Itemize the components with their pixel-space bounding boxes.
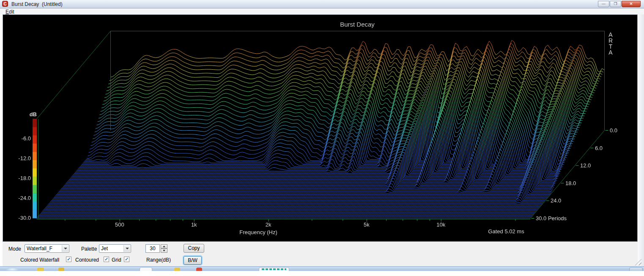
palette-combobox-value: Jet: [101, 245, 108, 252]
window-title: Burst Decay (Untitled): [11, 1, 63, 7]
mode-label: Mode: [8, 246, 21, 252]
grid-label: Grid: [112, 257, 121, 263]
arrow-up-icon: [163, 246, 165, 247]
start-orb-sliver-icon: [6, 268, 19, 271]
restore-button[interactable]: ❐: [610, 1, 621, 7]
mode-combobox-arrow[interactable]: [62, 245, 69, 252]
taskbar-tab-text: [262, 268, 286, 270]
bw-button[interactable]: B/W: [184, 256, 202, 265]
taskbar-icon: [196, 268, 202, 271]
taskbar-icon: [174, 268, 180, 271]
spinner-down-button[interactable]: [161, 249, 167, 253]
menu-edit-accelerator: E: [5, 9, 9, 15]
contoured-checkbox[interactable]: ✓: [104, 257, 109, 262]
menu-edit-rest: dit: [9, 9, 14, 15]
palette-combobox[interactable]: Jet: [99, 244, 131, 253]
chevron-down-icon: [126, 248, 129, 249]
palette-combobox-arrow[interactable]: [123, 245, 130, 252]
menu-edit[interactable]: Edit: [4, 9, 16, 15]
taskbar-icon: [37, 268, 44, 271]
taskbar-icon: [58, 268, 64, 271]
palette-label: Palette: [81, 246, 97, 252]
range-spinner-value: 30: [146, 245, 159, 252]
contoured-label: Contoured: [75, 257, 99, 263]
grid-checkbox[interactable]: ✓: [124, 257, 129, 262]
spinner-up-button[interactable]: [161, 244, 167, 249]
background: [0, 271, 644, 276]
mode-combobox[interactable]: Waterfall_F: [25, 244, 69, 253]
arrow-down-icon: [163, 250, 165, 251]
minimize-button[interactable]: —: [598, 1, 609, 7]
app-icon: C: [2, 1, 8, 7]
close-button[interactable]: ✕: [622, 1, 641, 7]
colored-waterfall-label: Colored Waterfall: [20, 257, 59, 263]
range-spinner-buttons: [161, 244, 167, 253]
mode-combobox-value: Waterfall_F: [27, 245, 52, 252]
menu-bar: Edit: [0, 8, 644, 14]
burst-decay-waterfall-canvas: [3, 15, 637, 241]
range-db-label: Range(dB): [146, 257, 171, 263]
arta-burst-decay-window: { "window": { "title": "Burst Decay (Unt…: [0, 0, 644, 276]
window-controls: — ❐ ✕: [598, 1, 641, 7]
chevron-down-icon: [64, 248, 67, 249]
copy-button[interactable]: Copy: [184, 244, 204, 253]
range-spinner-input[interactable]: 30: [145, 244, 160, 253]
colored-waterfall-checkbox[interactable]: ✓: [66, 257, 71, 262]
window-right-edge: [638, 14, 644, 266]
title-bar[interactable]: C Burst Decay (Untitled) — ❐ ✕: [0, 0, 644, 8]
control-bar: Mode Waterfall_F Palette Jet 30 Copy Col…: [3, 242, 638, 266]
plot-area: [3, 14, 638, 242]
